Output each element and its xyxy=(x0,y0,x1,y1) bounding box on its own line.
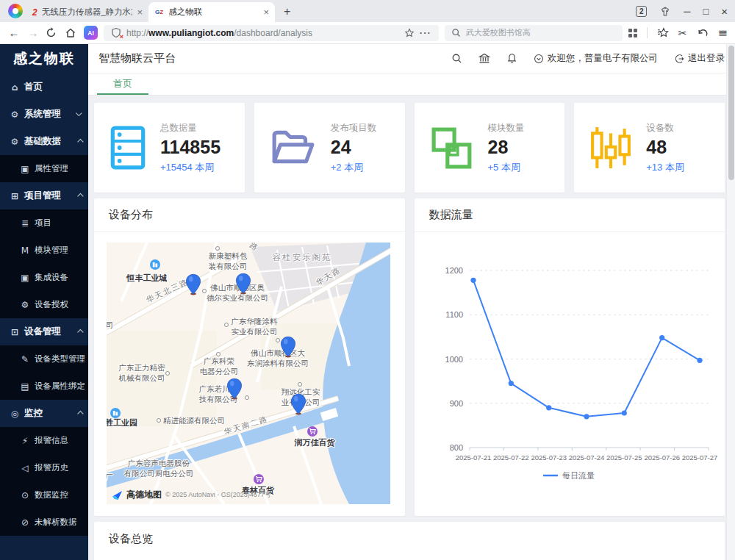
maximize-icon[interactable]: □ xyxy=(703,7,709,16)
map-label: 胜工业园 xyxy=(107,417,137,428)
pen-icon: ✎ xyxy=(20,354,30,365)
sidebar-item-base-data[interactable]: ⚙基础数据 xyxy=(0,128,88,155)
scrollbar-thumb[interactable] xyxy=(728,46,734,180)
sidebar-item-device-type-mgmt[interactable]: ✎设备类型管理 xyxy=(0,345,88,373)
monitor-icon: ⊡ xyxy=(10,327,20,337)
map-label: 佛山市顺德区大东润涂料有限公司 xyxy=(247,348,309,368)
apps-grid-icon[interactable] xyxy=(628,29,637,37)
sidebar-item-attr-mgmt[interactable]: ▣属性管理 xyxy=(0,155,88,182)
forward-icon[interactable]: → xyxy=(26,27,40,38)
bookmark-star-icon[interactable] xyxy=(404,28,415,38)
database-icon xyxy=(110,126,146,170)
reload-icon[interactable] xyxy=(46,27,59,38)
copy-icon: ▤ xyxy=(20,381,30,392)
cart-icon xyxy=(254,474,264,484)
sidebar-item-data-monitor[interactable]: ⊙数据监控 xyxy=(0,481,88,509)
map-label: 精进能源有限公司 xyxy=(163,416,225,426)
sidebar-item-home[interactable]: ⌂首页 xyxy=(0,73,88,101)
logout-button[interactable]: 退出登录 xyxy=(674,52,725,65)
new-tab-button[interactable]: + xyxy=(284,5,290,18)
sidebar-item-project-mgmt[interactable]: ⊞项目管理 xyxy=(0,182,88,209)
chevron-down-icon xyxy=(76,110,82,115)
device-map[interactable]: 恒丰工业城华天北三路新康塑料包装有限公司容桂安乐阁苑华天路路佛山市顺德区奥德尔实… xyxy=(107,243,390,504)
minimize-icon[interactable]: ─ xyxy=(684,7,690,16)
tab-close-icon[interactable]: × xyxy=(137,7,143,18)
window-controls: 2 ─ □ × xyxy=(636,0,728,22)
search-suggestion-text: 武大爱校图书馆高 xyxy=(466,27,531,38)
sidebar-item-integrated-device[interactable]: ▣集成设备 xyxy=(0,264,88,291)
svg-text:2025-07-24: 2025-07-24 xyxy=(568,453,604,462)
site-security-shield-icon[interactable]: × xyxy=(111,27,121,38)
map-overlay: 恒丰工业城华天北三路新康塑料包装有限公司容桂安乐阁苑华天路路佛山市顺德区奥德尔实… xyxy=(107,243,390,504)
sidebar-item-unparsed-data[interactable]: ⊘未解析数据 xyxy=(0,509,88,536)
app-window: 感之物联 ⌂首页⚙系统管理⚙基础数据▣属性管理⊞项目管理≣项目M模块管理▣集成设… xyxy=(0,44,735,560)
notifications-bell-icon[interactable] xyxy=(506,53,517,64)
sidebar-item-system-mgmt[interactable]: ⚙系统管理 xyxy=(0,101,88,128)
map-copyright: © 2025 AutoNavi - GS(2023)4677号 xyxy=(165,490,271,500)
ai-assistant-icon[interactable]: AI xyxy=(84,26,98,40)
favorites-star-icon[interactable] xyxy=(657,27,669,38)
tab-close-icon[interactable]: × xyxy=(263,7,269,18)
svg-text:1200: 1200 xyxy=(445,266,462,275)
stat-card-2: 模块数量28+5 本周 xyxy=(415,103,565,193)
candlestick-icon xyxy=(590,126,631,170)
address-bar[interactable]: × http://www.puliangiot.com/dashboard/an… xyxy=(104,25,439,41)
organization-bank-icon[interactable] xyxy=(478,53,490,64)
sidebar-item-device-mgmt[interactable]: ⊡设备管理 xyxy=(0,318,88,345)
close-icon[interactable]: × xyxy=(721,6,728,17)
map-pin-icon[interactable] xyxy=(280,336,296,358)
sidebar-item-project[interactable]: ≣项目 xyxy=(0,209,88,237)
map-pin-icon[interactable] xyxy=(235,273,251,295)
browser-logo-icon[interactable] xyxy=(8,4,23,18)
sidebar-item-device-auth[interactable]: ⚙设备授权 xyxy=(0,291,88,318)
gear-icon: ⚙ xyxy=(10,137,20,147)
user-circle-icon xyxy=(534,54,544,64)
page-scrollbar[interactable] xyxy=(726,44,735,560)
header-actions: 欢迎您，普量电子有限公司 退出登录 xyxy=(451,52,725,65)
menu-icon[interactable]: ≡ xyxy=(718,26,728,40)
sidebar-item-alarm-info[interactable]: ⚡报警信息 xyxy=(0,427,88,454)
undo-icon[interactable] xyxy=(697,27,709,38)
sidebar-item-module-mgmt[interactable]: M模块管理 xyxy=(0,237,88,264)
welcome-user[interactable]: 欢迎您，普量电子有限公司 xyxy=(534,52,658,65)
more-options-icon[interactable]: ··· xyxy=(420,27,431,38)
sidebar-item-monitor[interactable]: ◎监控 xyxy=(0,400,88,427)
browser-tab-2[interactable]: GZ 感之物联 × xyxy=(148,2,275,22)
browser-tab-1[interactable]: 2 无线压力传感器_静力水准仪_ × xyxy=(26,2,148,22)
lightning-icon: ⚡ xyxy=(20,436,30,446)
tag-icon: ◎ xyxy=(10,409,20,419)
amap-logo-text: 高德地图 xyxy=(126,489,162,501)
sidebar-item-device-attr-bind[interactable]: ▤设备属性绑定 xyxy=(0,373,88,400)
route-tab-home[interactable]: 首页 xyxy=(97,73,148,95)
browser-navbar: ← → AI × http://www.puliangiot.com/dashb… xyxy=(0,22,735,44)
folder-icon xyxy=(270,129,316,166)
page-title: 智慧物联云平台 xyxy=(98,51,176,65)
map-pin-icon[interactable] xyxy=(290,393,306,415)
tab-count-badge[interactable]: 2 xyxy=(636,6,647,17)
home-icon[interactable] xyxy=(65,27,78,38)
map-label: 广东科荣电器分公司 xyxy=(200,356,239,376)
logout-icon xyxy=(674,54,684,64)
map-pin-icon[interactable] xyxy=(185,273,201,295)
stat-label: 模块数量 xyxy=(488,122,525,134)
svg-text:2025-07-23: 2025-07-23 xyxy=(531,453,567,462)
map-label: 新康塑料包装有限公司 xyxy=(209,251,248,271)
list-icon: ≣ xyxy=(20,218,30,229)
stat-card-0: 总数据量114855+15454 本周 xyxy=(94,103,245,193)
theme-shirt-icon[interactable] xyxy=(659,6,671,17)
screenshot-scissors-icon[interactable]: ✂ xyxy=(678,27,687,39)
home-icon: ⌂ xyxy=(10,82,20,93)
sidebar-item-alarm-history[interactable]: ◁报警历史 xyxy=(0,454,88,481)
stat-label: 设备数 xyxy=(646,122,684,134)
map-pin-icon[interactable] xyxy=(226,378,243,400)
header-search-icon[interactable] xyxy=(451,53,462,64)
browser-search-box[interactable]: 武大爱校图书馆高 xyxy=(445,25,623,41)
poi-dot-icon xyxy=(224,323,229,327)
traffic-chart[interactable]: 8009001000110012002025-07-212025-07-2220… xyxy=(415,232,725,489)
back-icon[interactable]: ← xyxy=(7,27,21,38)
map-label: 润万佳百货 xyxy=(295,437,335,448)
divider xyxy=(647,27,648,38)
data-traffic-panel: 数据流量 8009001000110012002025-07-212025-07… xyxy=(415,198,725,516)
map-label: 广东华隆涂料实业有限公司 xyxy=(232,317,278,337)
tab-title: 无线压力传感器_静力水准仪_ xyxy=(42,7,133,18)
